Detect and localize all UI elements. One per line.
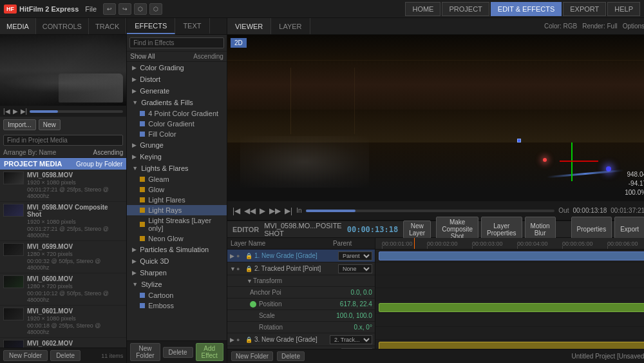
preview-play[interactable]: ▶ <box>13 108 18 115</box>
viewer-out-point[interactable]: Out <box>558 207 569 214</box>
tab-track[interactable]: TRACK <box>89 18 126 34</box>
effect-item[interactable]: 4 Point Color Gradient <box>127 108 227 119</box>
render-option[interactable]: Render: Full <box>582 23 617 30</box>
effect-item-light-rays[interactable]: Light Rays <box>127 205 227 215</box>
bottom-delete-btn[interactable]: Delete <box>277 351 305 361</box>
expand-icon[interactable]: ▶ <box>230 253 236 259</box>
list-item[interactable]: MVI_0598.MOV 1920 × 1080 pixels 00:01:27… <box>0 170 126 202</box>
lock-icon[interactable]: 🔒 <box>245 253 254 259</box>
effect-group-header[interactable]: ▶ Color Grading <box>127 62 227 74</box>
effect-group-header[interactable]: ▶ Quick 3D <box>127 255 227 267</box>
visibility-icon[interactable]: ● <box>236 253 245 259</box>
effect-item[interactable]: Neon Glow <box>127 233 227 244</box>
effect-item[interactable]: Glow <box>127 184 227 195</box>
effect-item[interactable]: Fill Color <box>127 129 227 139</box>
viewer-to-end[interactable]: ▶| <box>285 206 292 215</box>
toolbar-extra[interactable]: ⬡ <box>149 3 162 15</box>
viewer-next-frame[interactable]: ▶▶ <box>269 206 281 215</box>
add-effect-btn[interactable]: Add Effect <box>196 343 223 361</box>
viewer-to-start[interactable]: |◀ <box>232 206 240 215</box>
visibility-icon[interactable]: ● <box>236 337 245 343</box>
search-media-input[interactable] <box>3 135 123 146</box>
viewer-timeline-bar[interactable] <box>306 210 555 212</box>
effects-delete-btn[interactable]: Delete <box>163 347 193 358</box>
nav-home[interactable]: HOME <box>405 2 440 16</box>
layer-row-2[interactable]: ▼ ● 🔒 2. Tracked Point [Point] None Pare… <box>227 262 375 275</box>
toolbar-redo[interactable]: ↪ <box>118 3 131 15</box>
layer-parent-select[interactable]: 2. Track... None <box>330 335 372 344</box>
effect-item[interactable]: Cartoon <box>127 290 227 300</box>
effect-item[interactable]: Color Gradient <box>127 119 227 129</box>
expand-icon[interactable]: ▼ <box>247 278 253 284</box>
effect-group-header[interactable]: ▼ Lights & Flares <box>127 162 227 174</box>
import-button[interactable]: Import... <box>3 119 36 130</box>
effects-sort-label[interactable]: Ascending <box>193 53 223 60</box>
tab-text[interactable]: TEXT <box>175 18 209 34</box>
toolbar-undo[interactable]: ↩ <box>103 3 116 15</box>
viewer-in-point[interactable]: In <box>296 207 301 214</box>
new-layer-btn[interactable]: New Layer <box>403 221 431 239</box>
effect-group-header[interactable]: ▶ Particles & Simulation <box>127 244 227 255</box>
top-menu-bar: HF HitFilm 2 Express File ↩ ↪ ⬡ ⬡ HOME P… <box>0 0 644 18</box>
expand-icon[interactable]: ▼ <box>230 266 236 272</box>
tab-controls[interactable]: CONTROLS <box>36 18 89 34</box>
effect-item[interactable]: Light Streaks [Layer only] <box>127 215 227 233</box>
layer-parent-select[interactable]: None Parent <box>338 264 372 273</box>
bottom-new-folder-btn[interactable]: New Folder <box>231 351 273 361</box>
effect-group-header[interactable]: ▶ Grunge <box>127 139 227 151</box>
left-delete-btn[interactable]: Delete <box>50 350 80 361</box>
nav-export[interactable]: EXPORT <box>563 2 606 16</box>
timeline-position-clip[interactable] <box>379 303 644 312</box>
nav-help[interactable]: HELP <box>607 2 640 16</box>
arrange-label: Arrange By: Name <box>3 149 93 156</box>
effect-group-header[interactable]: ▶ Distort <box>127 74 227 85</box>
expand-icon[interactable]: ▶ <box>230 337 236 343</box>
effect-group-header[interactable]: ▼ Stylize <box>127 279 227 290</box>
effects-new-folder-btn[interactable]: New Folder <box>130 343 160 361</box>
tab-layer[interactable]: LAYER <box>271 18 310 34</box>
timeline-clip-grade[interactable] <box>379 342 644 349</box>
list-item[interactable]: MVI_0600.MOV 1280 × 720 pixels 00:00:10:… <box>0 273 126 306</box>
list-item[interactable]: MVI_0602.MOV 1920 × 1080 pixels 00:00:08… <box>0 338 126 348</box>
effect-group-header[interactable]: ▶ Generate <box>127 85 227 97</box>
layer-parent-select[interactable]: Parent None <box>338 251 372 260</box>
list-item[interactable]: MVI_0599.MOV 1280 × 720 pixels 00:00:32 … <box>0 241 126 273</box>
show-all-label[interactable]: Show All <box>130 53 193 60</box>
layer-row-1[interactable]: ▶ ● 🔒 1. New Grade [Grade] Parent None <box>227 250 375 262</box>
preview-prev[interactable]: |◀ <box>3 108 10 115</box>
list-item[interactable]: MVI_0598.MOV Composite Shot 1920 × 1080 … <box>0 202 126 241</box>
effect-group-header[interactable]: ▼ Gradients & Fills <box>127 97 227 108</box>
toolbar-save[interactable]: ⬡ <box>134 3 147 15</box>
playhead[interactable] <box>414 238 415 249</box>
tab-viewer[interactable]: VIEWER <box>227 18 271 34</box>
lock-icon[interactable]: 🔒 <box>245 266 254 272</box>
effect-group-header[interactable]: ▶ Sharpen <box>127 267 227 279</box>
color-option[interactable]: Color: RGB <box>544 23 577 30</box>
group-by-folder[interactable]: Group by Folder <box>76 161 122 168</box>
nav-project[interactable]: PROJECT <box>442 2 489 16</box>
layer-row-3[interactable]: ▶ ● 🔒 3. New Grade [Grade] 2. Track... N… <box>227 333 375 346</box>
view-2d-btn[interactable]: 2D <box>231 38 247 48</box>
preview-next[interactable]: ▶| <box>21 108 28 115</box>
effect-item[interactable]: Light Flares <box>127 195 227 205</box>
effect-item[interactable]: Emboss <box>127 300 227 311</box>
effect-group-header[interactable]: ▶ Keying <box>127 151 227 162</box>
selection-handle[interactable] <box>517 139 521 142</box>
new-button[interactable]: New <box>39 119 61 130</box>
left-new-folder-btn[interactable]: New Folder <box>3 350 48 361</box>
file-menu[interactable]: File <box>85 5 97 13</box>
nav-edit-effects[interactable]: EDIT & EFFECTS <box>491 2 562 16</box>
effect-item[interactable]: Gleam <box>127 174 227 184</box>
tab-effects[interactable]: EFFECTS <box>127 18 175 34</box>
options-btn[interactable]: Options <box>623 23 644 30</box>
viewer-play[interactable]: ▶ <box>260 206 265 215</box>
effects-search-input[interactable] <box>129 37 224 48</box>
arrange-sort[interactable]: Ascending <box>93 149 124 156</box>
list-item[interactable]: MVI_0601.MOV 1920 × 1080 pixels 00:00:18… <box>0 306 126 338</box>
preview-bar[interactable] <box>30 110 123 113</box>
tab-media[interactable]: MEDIA <box>0 18 36 34</box>
viewer-prev-frame[interactable]: ◀◀ <box>244 206 256 215</box>
visibility-icon[interactable]: ● <box>236 266 245 272</box>
timeline-clip[interactable] <box>379 251 644 260</box>
lock-icon[interactable]: 🔒 <box>245 337 254 343</box>
